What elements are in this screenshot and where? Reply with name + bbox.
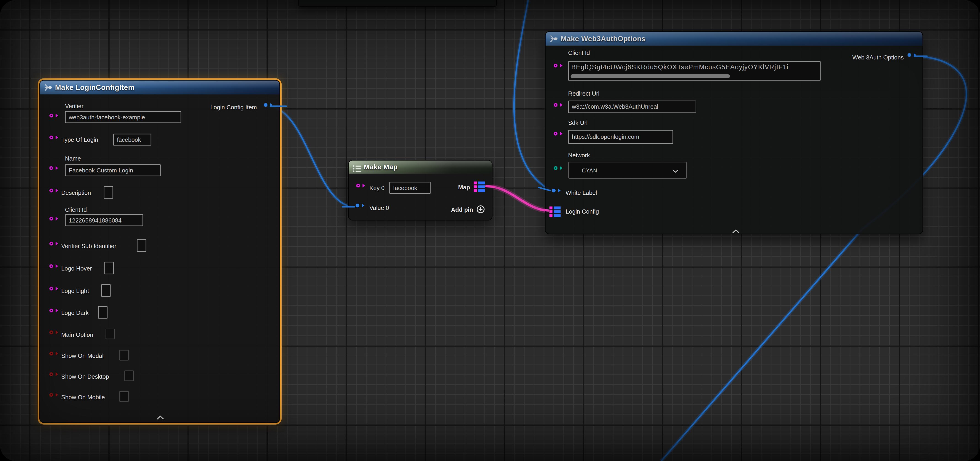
pin-label-show-on-desktop: Show On Desktop — [61, 373, 109, 380]
node-make-loginconfigitem[interactable]: Make LoginConfigItem Login Config Item V… — [39, 80, 280, 423]
pin-label-redirect-url: Redirect Url — [568, 90, 599, 97]
output-pin-login-config-item[interactable] — [264, 103, 267, 107]
client-id-value: BEglQSgt4cUWcj6SKRdu5QkOXTsePmMcusG5EAoy… — [571, 63, 819, 71]
network-dropdown[interactable]: CYAN — [568, 162, 687, 179]
input-pin-name[interactable] — [49, 166, 53, 170]
show-on-desktop-checkbox[interactable] — [124, 370, 134, 381]
output-pin-map[interactable] — [474, 181, 486, 195]
pin-label-login-config: Login Config — [566, 208, 599, 215]
input-pin-sdk-url[interactable] — [554, 132, 557, 135]
blueprint-canvas[interactable]: Make LoginConfigItem Login Config Item V… — [0, 0, 980, 461]
node-make-map[interactable]: Make Map Key 0 facebook Map Value 0 Add … — [348, 160, 493, 221]
pin-label-client-id: Client Id — [568, 49, 590, 56]
client-id-scrollbar[interactable] — [571, 74, 730, 78]
verifier-field[interactable]: web3auth-facebook-example — [65, 111, 181, 123]
client-id-field[interactable]: BEglQSgt4cUWcj6SKRdu5QkOXTsePmMcusG5EAoy… — [568, 61, 821, 81]
pin-label-client-id: Client Id — [65, 206, 87, 213]
input-pin-network[interactable] — [554, 166, 557, 170]
redirect-url-field[interactable]: w3a://com.w3a.Web3AuthUnreal — [568, 101, 696, 113]
add-pin-icon — [476, 205, 485, 214]
input-pin-client-id[interactable] — [554, 64, 557, 67]
input-pin-key-0[interactable] — [356, 184, 360, 187]
pin-label-show-on-modal: Show On Modal — [61, 352, 103, 359]
pin-label-name: Name — [65, 155, 81, 162]
pin-label-logo-hover: Logo Hover — [61, 265, 92, 272]
logo-dark-field[interactable] — [98, 306, 108, 319]
map-pin-icon — [549, 206, 562, 218]
input-pin-show-on-mobile[interactable] — [49, 393, 53, 396]
node-header: Make LoginConfigItem — [40, 81, 279, 94]
add-pin-label: Add pin — [451, 206, 473, 213]
pin-label-logo-light: Logo Light — [61, 288, 89, 294]
verifier-sub-identifier-field[interactable] — [137, 239, 146, 252]
pin-label-logo-dark: Logo Dark — [61, 309, 89, 316]
blueprint-editor: Make LoginConfigItem Login Config Item V… — [0, 0, 980, 461]
pin-label-value-0: Value 0 — [369, 204, 389, 211]
pin-label-web3auth-options: Web 3Auth Options — [852, 54, 904, 60]
input-pin-show-on-desktop[interactable] — [49, 372, 53, 376]
make-struct-icon — [549, 34, 558, 46]
input-pin-main-option[interactable] — [49, 331, 53, 334]
node-title: Make Map — [349, 161, 492, 173]
input-pin-show-on-modal[interactable] — [49, 352, 53, 355]
chevron-up-icon — [732, 229, 740, 234]
pin-label-white-label: White Label — [566, 189, 597, 196]
pin-label-login-config-item: Login Config Item — [210, 104, 257, 111]
input-pin-value-0[interactable] — [356, 204, 360, 207]
add-pin-button[interactable]: Add pin — [451, 205, 485, 214]
pin-label-sdk-url: Sdk Url — [568, 119, 587, 126]
pin-label-type-of-login: Type Of Login — [61, 136, 99, 143]
make-struct-icon — [44, 83, 52, 94]
node-title: Make LoginConfigItem — [40, 81, 279, 94]
name-field[interactable]: Facebook Custom Login — [65, 164, 161, 176]
key-0-field[interactable]: facebook — [389, 182, 431, 194]
collapse-node-button[interactable] — [732, 225, 740, 236]
input-pin-type-of-login[interactable] — [49, 136, 53, 139]
collapse-node-button[interactable] — [156, 411, 164, 422]
node-make-web3authoptions[interactable]: Make Web3AuthOptions Web 3Auth Options C… — [545, 31, 923, 234]
node-title: Make Web3AuthOptions — [546, 32, 922, 46]
network-selected-value: CYAN — [582, 167, 597, 173]
show-on-modal-checkbox[interactable] — [119, 350, 129, 360]
input-pin-login-config[interactable] — [549, 206, 562, 220]
input-pin-description[interactable] — [49, 189, 53, 192]
input-pin-logo-dark[interactable] — [49, 309, 53, 312]
pin-label-show-on-mobile: Show On Mobile — [61, 394, 105, 401]
wire-loginconfigitem-to-value0[interactable] — [267, 106, 355, 207]
map-pin-icon — [474, 181, 486, 192]
input-pin-logo-hover[interactable] — [49, 264, 53, 268]
node-header: Make Web3AuthOptions — [546, 32, 922, 46]
node-partial-top[interactable] — [298, 0, 497, 7]
sdk-url-field[interactable]: https://sdk.openlogin.com — [568, 130, 673, 144]
chevron-up-icon — [156, 415, 164, 420]
show-on-mobile-checkbox[interactable] — [119, 391, 129, 402]
input-pin-white-label[interactable] — [552, 189, 555, 192]
main-option-checkbox[interactable] — [106, 329, 115, 339]
type-of-login-field[interactable]: facebook — [113, 134, 151, 146]
description-field[interactable] — [104, 186, 113, 199]
logo-hover-field[interactable] — [104, 262, 114, 274]
pin-label-verifier-sub-identifier: Verifier Sub Identifier — [61, 242, 116, 249]
pin-label-main-option: Main Option — [61, 331, 93, 338]
node-header: Make Map — [349, 161, 492, 173]
pin-label-key-0: Key 0 — [369, 184, 385, 191]
input-pin-redirect-url[interactable] — [554, 103, 557, 107]
make-map-icon — [353, 164, 362, 174]
input-pin-verifier[interactable] — [49, 114, 53, 117]
input-pin-client-id[interactable] — [49, 217, 53, 221]
pin-label-map: Map — [458, 184, 470, 191]
input-pin-verifier-sub-identifier[interactable] — [49, 242, 53, 245]
client-id-field[interactable]: 1222658941886084 — [65, 214, 143, 226]
output-pin-web3auth-options[interactable] — [907, 53, 911, 57]
input-pin-logo-light[interactable] — [49, 287, 53, 291]
pin-label-description: Description — [61, 189, 91, 196]
chevron-down-icon — [673, 164, 678, 175]
pin-label-verifier: Verifier — [65, 102, 83, 109]
pin-label-network: Network — [568, 152, 590, 159]
logo-light-field[interactable] — [101, 284, 111, 297]
